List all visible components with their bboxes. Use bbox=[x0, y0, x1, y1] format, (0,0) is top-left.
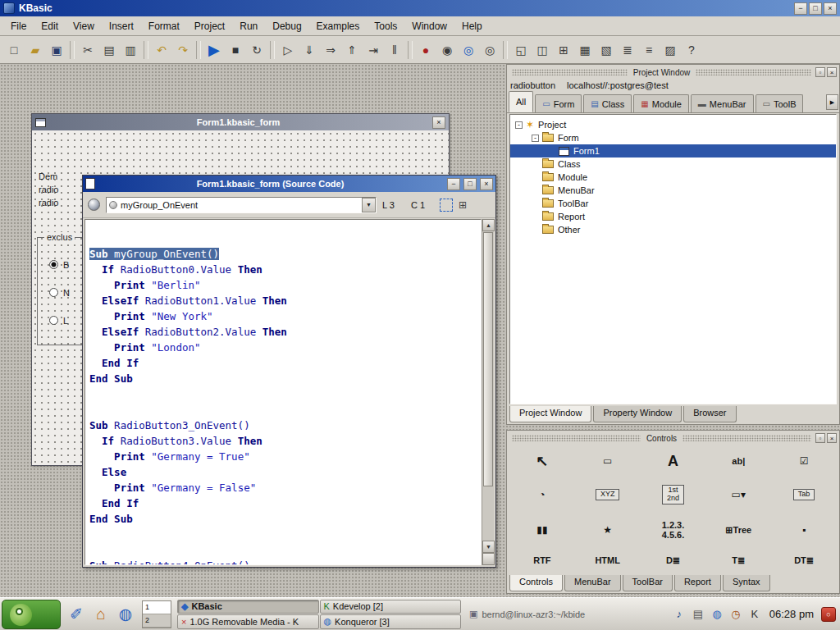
korgac-tray-icon[interactable]: ◷ bbox=[728, 607, 743, 622]
object-sphere-icon[interactable] bbox=[88, 199, 100, 211]
code-maximize-button[interactable]: □ bbox=[463, 178, 477, 190]
cut-icon[interactable]: ✂ bbox=[77, 39, 98, 61]
control-list-box[interactable]: 1st 2nd bbox=[662, 485, 684, 504]
save-file-icon[interactable]: ▣ bbox=[46, 39, 67, 61]
fields-icon[interactable]: ▨ bbox=[660, 39, 681, 61]
menu-help[interactable]: Help bbox=[454, 18, 490, 34]
task-kdevelop-2[interactable]: KKdevelop [2] bbox=[320, 600, 462, 614]
query-view-icon[interactable]: ▧ bbox=[596, 39, 617, 61]
dock-grip[interactable] bbox=[682, 435, 811, 441]
control-pointer[interactable]: ↖ bbox=[536, 454, 548, 470]
control-option-button[interactable]: ◔ bbox=[539, 490, 545, 500]
control-image[interactable]: ▮▮ bbox=[536, 525, 547, 536]
radio-option-l[interactable]: L bbox=[49, 315, 68, 326]
menu-tools[interactable]: Tools bbox=[367, 18, 404, 34]
radio-option-n[interactable]: N bbox=[49, 287, 70, 298]
step-over-icon[interactable]: ⇒ bbox=[320, 39, 341, 61]
code-line[interactable]: End Sub bbox=[89, 511, 481, 527]
code-line[interactable]: If RadioButton3.Value Then bbox=[89, 433, 481, 449]
paste-icon[interactable]: ▥ bbox=[120, 39, 141, 61]
code-titlebar[interactable]: Form1.kbasic_form (Source Code) − □ × bbox=[83, 176, 495, 192]
network-tray-icon[interactable]: ◍ bbox=[710, 607, 724, 622]
logout-button[interactable]: ○ bbox=[821, 607, 836, 622]
step-into-icon[interactable]: ⇓ bbox=[299, 39, 320, 61]
tree-row-project[interactable]: -✶Project bbox=[510, 118, 836, 131]
radio-circle-icon[interactable] bbox=[49, 288, 58, 297]
combo-dropdown-button[interactable]: ▼ bbox=[362, 198, 376, 212]
web-browser-launcher-icon[interactable]: ◍ bbox=[113, 602, 138, 627]
tree-row-toolbar[interactable]: ToolBar bbox=[510, 197, 836, 210]
task-1-0g-removable-media-k[interactable]: ×1.0G Removable Media - K bbox=[177, 614, 319, 629]
redo-icon[interactable]: ↷ bbox=[172, 39, 194, 61]
tile-windows-icon[interactable]: ◫ bbox=[532, 39, 553, 61]
code-line[interactable]: ElseIf RadioButton2.Value Then bbox=[89, 324, 481, 340]
object-list-icon[interactable]: ≡ bbox=[638, 39, 660, 61]
control-shape[interactable]: ▪ bbox=[802, 525, 806, 536]
open-folder-icon[interactable]: ▰ bbox=[25, 39, 46, 61]
code-close-button[interactable]: × bbox=[480, 178, 493, 190]
start-debug-icon[interactable]: ▷ bbox=[277, 39, 299, 61]
code-editor[interactable]: Sub myGroup_OnEvent() If RadioButton0.Va… bbox=[84, 219, 482, 565]
pager-desktop-1[interactable]: 1 bbox=[143, 601, 171, 614]
kmix-tray-icon[interactable]: K bbox=[747, 607, 762, 622]
close-panel-button[interactable]: × bbox=[827, 433, 837, 443]
menu-window[interactable]: Window bbox=[404, 18, 454, 34]
pen-tool-launcher-icon[interactable]: ✐ bbox=[64, 602, 89, 627]
klipper-tray-icon[interactable]: ▤ bbox=[691, 607, 705, 622]
control-frame[interactable]: XYZ bbox=[596, 489, 620, 500]
control-check-box[interactable]: ☑ bbox=[800, 456, 809, 467]
expander-icon[interactable]: - bbox=[532, 135, 539, 142]
source-code-window[interactable]: Form1.kbasic_form (Source Code) − □ × my… bbox=[82, 175, 496, 568]
code-line[interactable]: Print "Germany = True" bbox=[89, 449, 481, 464]
tab-overflow-button[interactable]: ▶ bbox=[826, 94, 838, 110]
volume-tray-icon[interactable]: ♪ bbox=[672, 607, 687, 622]
event-handler-combo[interactable]: myGroup_OnEvent ▼ bbox=[106, 197, 377, 213]
project-tab-class[interactable]: ▤Class bbox=[583, 94, 632, 112]
new-table-icon[interactable]: ⊞ bbox=[553, 39, 574, 61]
project-tab-module[interactable]: ▦Module bbox=[633, 94, 689, 112]
taskbar-clock[interactable]: 06:28 pm bbox=[769, 608, 814, 620]
find-in-files-icon[interactable]: ◎ bbox=[479, 39, 500, 61]
close-panel-button[interactable]: × bbox=[827, 67, 837, 77]
cascade-windows-icon[interactable]: ◱ bbox=[510, 39, 532, 61]
desktop-pager[interactable]: 12 bbox=[142, 600, 171, 628]
scroll-up-button[interactable]: ▲ bbox=[482, 219, 495, 231]
step-out-icon[interactable]: ⇑ bbox=[341, 39, 363, 61]
control-combo-box[interactable]: ▭▾ bbox=[732, 490, 746, 500]
code-line[interactable] bbox=[89, 527, 481, 542]
build-icon[interactable]: ↻ bbox=[246, 39, 267, 61]
control-grid[interactable]: 1.2.3. 4.5.6. bbox=[662, 520, 685, 540]
main-titlebar[interactable]: KBasic − □ × bbox=[0, 0, 840, 16]
project-tree[interactable]: -✶Project-FormForm1ClassModuleMenuBarToo… bbox=[509, 114, 837, 404]
pause-icon[interactable]: ‖ bbox=[384, 39, 405, 61]
float-panel-button[interactable]: ▫ bbox=[815, 67, 825, 77]
toggle-breakpoint-icon[interactable]: ● bbox=[415, 39, 436, 61]
project-panel-header[interactable]: Project Window ▫ × bbox=[509, 66, 837, 78]
code-line[interactable]: End Sub bbox=[89, 371, 481, 386]
copy-icon[interactable]: ▤ bbox=[98, 39, 120, 61]
control-tab-control[interactable]: Tab bbox=[793, 489, 815, 500]
inactive-task[interactable]: ▣ bernd@linux-azr3:~/kbide bbox=[463, 609, 591, 619]
close-button[interactable]: × bbox=[824, 2, 837, 15]
controls-tab-controls[interactable]: Controls bbox=[509, 575, 563, 591]
project-tab-menubar[interactable]: ▬MenuBar bbox=[691, 94, 754, 112]
code-line[interactable] bbox=[89, 542, 481, 558]
menu-edit[interactable]: Edit bbox=[34, 18, 66, 34]
tree-row-other[interactable]: Other bbox=[510, 223, 836, 236]
task-konqueror-3[interactable]: ◍Konqueror [3] bbox=[320, 614, 462, 629]
control-text-control[interactable]: T≣ bbox=[732, 555, 745, 565]
undo-icon[interactable]: ↶ bbox=[151, 39, 172, 61]
code-line[interactable]: End If bbox=[89, 495, 481, 511]
expander-icon[interactable]: - bbox=[515, 121, 523, 129]
split-view-icon[interactable]: ⊞ bbox=[459, 199, 467, 211]
minimize-button[interactable]: − bbox=[794, 2, 807, 15]
control-date-control[interactable]: DT≣ bbox=[794, 555, 814, 565]
task-kbasic[interactable]: ◆KBasic bbox=[177, 600, 319, 614]
control-command-button[interactable]: ★ bbox=[603, 525, 612, 536]
controls-panel-header[interactable]: Controls ▫ × bbox=[509, 432, 837, 444]
menu-view[interactable]: View bbox=[66, 18, 102, 34]
menu-format[interactable]: Format bbox=[141, 18, 187, 34]
controls-tab-report[interactable]: Report bbox=[674, 575, 721, 591]
scroll-corner-button[interactable] bbox=[482, 553, 495, 565]
controls-tab-toolbar[interactable]: ToolBar bbox=[623, 575, 673, 591]
